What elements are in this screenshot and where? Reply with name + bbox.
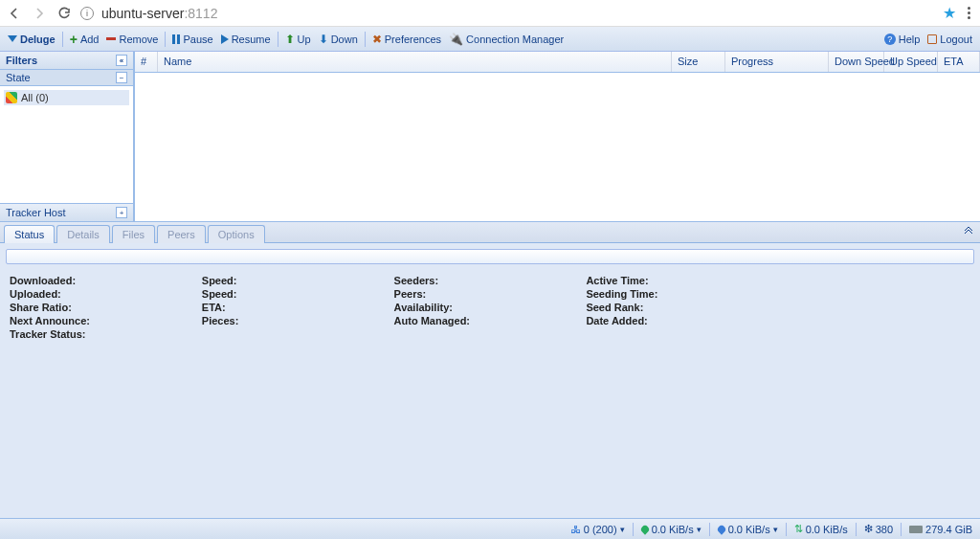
- remove-button[interactable]: Remove: [102, 32, 162, 47]
- minus-icon: [106, 37, 116, 40]
- add-label: Add: [80, 34, 100, 45]
- protocol-value: 0.0 KiB/s: [806, 524, 848, 535]
- dht-value: 380: [876, 524, 893, 535]
- up-value: 0.0 KiB/s: [728, 524, 770, 535]
- sb-disk[interactable]: 279.4 GiB: [909, 524, 972, 535]
- preferences-button[interactable]: ✖Preferences: [368, 31, 445, 48]
- up-label: Up: [298, 34, 311, 45]
- lbl-seed-rank: Seed Rank:: [586, 302, 643, 313]
- tab-peers[interactable]: Peers: [157, 225, 206, 243]
- expand-tracker-icon[interactable]: +: [116, 207, 127, 218]
- tab-status[interactable]: Status: [4, 225, 55, 243]
- state-all-icon: [6, 92, 17, 103]
- address-port: :8112: [184, 6, 217, 21]
- forward-button[interactable]: [31, 5, 48, 22]
- lbl-next-announce: Next Announce:: [10, 315, 90, 326]
- lbl-downloaded: Downloaded:: [10, 275, 76, 286]
- panel-tool-icon[interactable]: [963, 226, 974, 239]
- app-brand[interactable]: Deluge: [4, 32, 59, 47]
- deluge-icon: [8, 35, 17, 42]
- disk-icon: [909, 526, 923, 533]
- tab-details[interactable]: Details: [56, 225, 110, 243]
- reload-button[interactable]: [56, 5, 73, 22]
- bookmark-star-icon[interactable]: ★: [943, 4, 956, 22]
- filters-header[interactable]: Filters «: [0, 52, 133, 70]
- down-arrow-icon: ⬇: [319, 33, 328, 46]
- up-speed-icon: [716, 524, 726, 534]
- sb-dht[interactable]: ❇380: [864, 523, 893, 535]
- plug-icon: 🔌: [449, 33, 463, 46]
- sb-connections[interactable]: 🖧0 (200)▾: [570, 524, 625, 535]
- lbl-auto-managed: Auto Managed:: [394, 315, 470, 326]
- logout-label: Logout: [940, 34, 972, 45]
- browser-menu-icon[interactable]: [964, 7, 974, 19]
- lbl-availability: Availability:: [394, 302, 453, 313]
- add-button[interactable]: +Add: [66, 32, 103, 47]
- up-button[interactable]: ⬆Up: [281, 31, 315, 48]
- down-button[interactable]: ⬇Down: [315, 31, 362, 48]
- col-progress[interactable]: Progress: [725, 52, 829, 72]
- grid-header: # Name Size Progress Down Speed Up Speed…: [135, 52, 980, 73]
- down-label: Down: [331, 34, 358, 45]
- status-fields: Downloaded: Uploaded: Share Ratio: Next …: [0, 270, 980, 345]
- col-down-speed[interactable]: Down Speed: [829, 52, 884, 72]
- down-speed-icon: [639, 524, 650, 534]
- details-panel: Status Details Files Peers Options Downl…: [0, 221, 980, 518]
- address-bar[interactable]: ubuntu-server:8112: [101, 6, 935, 21]
- state-title: State: [6, 72, 31, 83]
- lbl-eta: ETA:: [202, 302, 226, 313]
- tracker-title: Tracker Host: [6, 207, 66, 218]
- lbl-seeders: Seeders:: [394, 275, 438, 286]
- play-icon: [221, 34, 229, 44]
- col-eta[interactable]: ETA: [938, 52, 980, 72]
- connmgr-label: Connection Manager: [466, 34, 564, 45]
- pause-label: Pause: [183, 34, 212, 45]
- dropdown-icon: ▾: [773, 525, 778, 534]
- connection-manager-button[interactable]: 🔌Connection Manager: [445, 31, 568, 48]
- main-area: Filters « State − All (0) Tracker Host +…: [0, 52, 980, 221]
- state-header[interactable]: State −: [0, 70, 133, 86]
- logout-button[interactable]: Logout: [924, 32, 976, 47]
- filter-body: All (0): [0, 86, 133, 203]
- preferences-label: Preferences: [385, 34, 441, 45]
- help-button[interactable]: ?Help: [880, 32, 924, 47]
- gear-icon: ✖: [372, 33, 382, 46]
- sb-upspeed[interactable]: 0.0 KiB/s▾: [718, 524, 778, 535]
- up-arrow-icon: ⬆: [285, 33, 295, 46]
- back-button[interactable]: [6, 5, 23, 22]
- statusbar: 🖧0 (200)▾ 0.0 KiB/s▾ 0.0 KiB/s▾ ⇅0.0 KiB…: [0, 518, 980, 539]
- sb-protocol[interactable]: ⇅0.0 KiB/s: [794, 523, 848, 535]
- lbl-date-added: Date Added:: [586, 315, 647, 326]
- pause-icon: [172, 34, 180, 44]
- down-value: 0.0 KiB/s: [652, 524, 694, 535]
- dht-icon: ❇: [864, 523, 873, 535]
- detail-tabs: Status Details Files Peers Options: [0, 222, 980, 243]
- filters-title: Filters: [6, 55, 37, 66]
- lbl-active-time: Active Time:: [586, 275, 648, 286]
- tab-files[interactable]: Files: [112, 225, 155, 243]
- lbl-peers: Peers:: [394, 288, 427, 300]
- browser-chrome: i ubuntu-server:8112 ★: [0, 0, 980, 27]
- disk-value: 279.4 GiB: [925, 524, 972, 535]
- dropdown-icon: ▾: [620, 525, 625, 534]
- site-info-icon[interactable]: i: [80, 7, 94, 20]
- resume-button[interactable]: Resume: [217, 32, 275, 47]
- lbl-seeding-time: Seeding Time:: [586, 288, 657, 300]
- col-up-speed[interactable]: Up Speed: [884, 52, 938, 72]
- grid-body[interactable]: [135, 73, 980, 221]
- pause-button[interactable]: Pause: [168, 32, 216, 47]
- tab-options[interactable]: Options: [208, 225, 265, 243]
- sb-downspeed[interactable]: 0.0 KiB/s▾: [641, 524, 702, 535]
- col-num[interactable]: #: [135, 52, 158, 72]
- col-size[interactable]: Size: [672, 52, 725, 72]
- collapse-state-icon[interactable]: −: [116, 72, 127, 83]
- lbl-tracker-status: Tracker Status:: [10, 328, 85, 340]
- col-name[interactable]: Name: [158, 52, 672, 72]
- filter-all-label: All (0): [21, 92, 49, 103]
- address-host: ubuntu-server: [101, 6, 184, 21]
- collapse-sidebar-icon[interactable]: «: [116, 55, 127, 66]
- plus-icon: +: [70, 34, 78, 44]
- filter-all[interactable]: All (0): [4, 90, 129, 105]
- tracker-host-header[interactable]: Tracker Host +: [0, 203, 133, 221]
- lbl-speed-up: Speed:: [202, 288, 237, 300]
